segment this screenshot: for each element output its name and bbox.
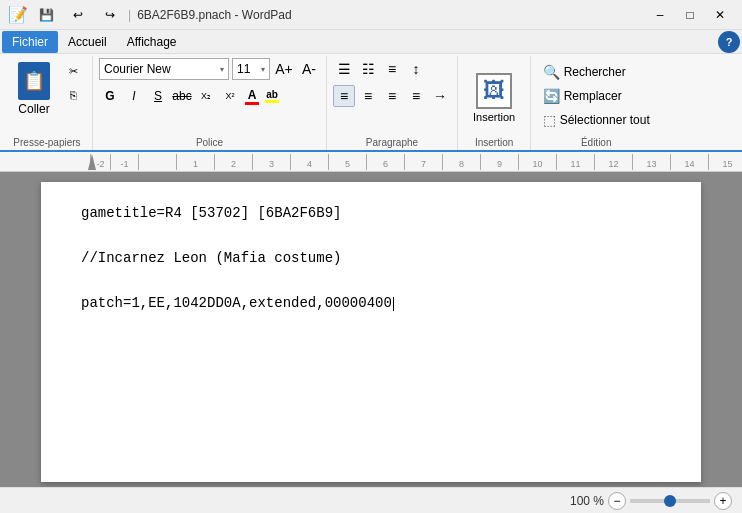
ribbon-group-paragraphe: ☰ ☷ ≡ ↕ ≡ ≡ ≡ ≡ → Paragraphe: [327, 56, 458, 150]
insertion-icon: 🖼: [476, 73, 512, 109]
align-justify-btn[interactable]: ≡: [405, 85, 427, 107]
police-content: Courier New ▾ 11 ▾ A+ A- G I S abc X₂ X²…: [99, 58, 320, 137]
zoom-slider[interactable]: [630, 499, 710, 503]
titlebar-controls: – □ ✕: [646, 4, 734, 26]
copier-btn[interactable]: ⎘: [62, 84, 84, 106]
insertion-label: Insertion: [473, 111, 515, 123]
list-bullet-btn[interactable]: ☰: [333, 58, 355, 80]
coller-icon: 📋: [18, 62, 50, 100]
ruler-mark: 15: [708, 154, 742, 170]
zoom-value: 100 %: [570, 494, 604, 508]
help-button[interactable]: ?: [718, 31, 740, 53]
titlebar-left: 📝 💾 ↩ ↪ | 6BA2F6B9.pnach - WordPad: [8, 4, 292, 26]
list-number-btn[interactable]: ☷: [357, 58, 379, 80]
align-right-btn[interactable]: ≡: [381, 85, 403, 107]
selectionner-btn[interactable]: ⬚ Sélectionner tout: [539, 110, 654, 130]
close-btn[interactable]: ✕: [706, 4, 734, 26]
menu-fichier[interactable]: Fichier: [2, 31, 58, 53]
ruler: -2 -1 1 2 3 4 5 6 7 8 9 10 11 12 13 14 1…: [0, 152, 742, 172]
menubar: Fichier Accueil Affichage ?: [0, 30, 742, 54]
edition-content: 🔍 Rechercher 🔄 Remplacer ⬚ Sélectionner …: [539, 58, 654, 137]
strikethrough-btn[interactable]: abc: [171, 85, 193, 107]
document-area[interactable]: gametitle=R4 [53702] [6BA2F6B9] //Incarn…: [0, 172, 742, 487]
titlebar-icons: 📝 💾 ↩ ↪ |: [8, 4, 131, 26]
menu-accueil[interactable]: Accueil: [58, 31, 117, 53]
font-name-value: Courier New: [104, 62, 171, 76]
list-style-btn[interactable]: ≡: [381, 58, 403, 80]
rechercher-btn[interactable]: 🔍 Rechercher: [539, 62, 630, 82]
ruler-inner: -2 -1 1 2 3 4 5 6 7 8 9 10 11 12 13 14 1…: [90, 154, 742, 170]
police-row-1: Courier New ▾ 11 ▾ A+ A-: [99, 58, 320, 80]
insertion-button[interactable]: 🖼 Insertion: [464, 58, 524, 137]
doc-line-3: //Incarnez Leon (Mafia costume): [81, 247, 661, 269]
couper-btn[interactable]: ✂: [62, 60, 84, 82]
ruler-mark: [138, 154, 176, 170]
align-left-btn[interactable]: ≡: [333, 85, 355, 107]
ruler-mark: 12: [594, 154, 632, 170]
ruler-mark: 11: [556, 154, 594, 170]
align-center-btn[interactable]: ≡: [357, 85, 379, 107]
doc-line-4: [81, 269, 661, 291]
ribbon-group-presse-papiers: 📋 Coller ✂ ⎘ Presse-papiers: [4, 56, 93, 150]
line-spacing-btn[interactable]: ↕: [405, 58, 427, 80]
insertion-group-label: Insertion: [475, 137, 513, 150]
undo-btn[interactable]: ↩: [64, 4, 92, 26]
font-color-btn[interactable]: A: [243, 86, 261, 107]
ruler-mark: 9: [480, 154, 518, 170]
increase-size-btn[interactable]: A+: [273, 58, 295, 80]
clipboard-small-btns: ✂ ⎘: [62, 60, 84, 106]
remplacer-icon: 🔄: [543, 88, 560, 104]
para-content: ☰ ☷ ≡ ↕ ≡ ≡ ≡ ≡ →: [333, 58, 451, 137]
underline-btn[interactable]: S: [147, 85, 169, 107]
menu-affichage[interactable]: Affichage: [117, 31, 187, 53]
italic-btn[interactable]: I: [123, 85, 145, 107]
subscript-btn[interactable]: X₂: [195, 85, 217, 107]
formatting-row: G I S abc X₂ X² A ab: [99, 85, 281, 107]
font-color-letter: A: [248, 88, 257, 102]
superscript-btn[interactable]: X²: [219, 85, 241, 107]
ruler-mark: 13: [632, 154, 670, 170]
para-row-2: ≡ ≡ ≡ ≡ →: [333, 85, 451, 107]
ruler-mark: 14: [670, 154, 708, 170]
doc-line-5: patch=1,EE,1042DD0A,extended,00000400: [81, 292, 661, 314]
paragraphe-label: Paragraphe: [366, 137, 418, 150]
font-color-bar: [245, 102, 259, 105]
ribbon-group-edition: 🔍 Rechercher 🔄 Remplacer ⬚ Sélectionner …: [531, 56, 661, 150]
rechercher-label: Rechercher: [564, 65, 626, 79]
highlight-color-btn[interactable]: ab: [263, 87, 281, 105]
minimize-btn[interactable]: –: [646, 4, 674, 26]
ruler-mark: 10: [518, 154, 556, 170]
ruler-mark: 4: [290, 154, 328, 170]
insertion-content: 🖼 Insertion: [464, 58, 524, 137]
zoom-controls: 100 % − +: [570, 492, 732, 510]
presse-papiers-label: Presse-papiers: [13, 137, 80, 150]
highlight-letter: ab: [266, 89, 278, 100]
zoom-in-btn[interactable]: +: [714, 492, 732, 510]
ruler-mark: -1: [110, 154, 138, 170]
menubar-right: ?: [718, 31, 740, 53]
save-quick-btn[interactable]: 💾: [32, 4, 60, 26]
indent-btn[interactable]: →: [429, 85, 451, 107]
font-size-selector[interactable]: 11 ▾: [232, 58, 270, 80]
ribbon-group-insertion: 🖼 Insertion Insertion: [458, 56, 531, 150]
font-size-dropdown-arrow: ▾: [261, 65, 265, 74]
zoom-out-btn[interactable]: −: [608, 492, 626, 510]
ruler-mark: 6: [366, 154, 404, 170]
maximize-btn[interactable]: □: [676, 4, 704, 26]
font-name-selector[interactable]: Courier New ▾: [99, 58, 229, 80]
ruler-mark: 8: [442, 154, 480, 170]
doc-line-2: [81, 224, 661, 246]
ribbon: 📋 Coller ✂ ⎘ Presse-papiers Courier New …: [0, 54, 742, 152]
coller-label: Coller: [18, 102, 49, 116]
document-page[interactable]: gametitle=R4 [53702] [6BA2F6B9] //Incarn…: [41, 182, 701, 482]
edition-label: Édition: [581, 137, 612, 150]
selectionner-label: Sélectionner tout: [560, 113, 650, 127]
coller-button[interactable]: 📋 Coller: [10, 58, 58, 120]
police-label: Police: [196, 137, 223, 150]
decrease-size-btn[interactable]: A-: [298, 58, 320, 80]
bold-btn[interactable]: G: [99, 85, 121, 107]
redo-btn[interactable]: ↪: [96, 4, 124, 26]
remplacer-btn[interactable]: 🔄 Remplacer: [539, 86, 626, 106]
ruler-mark: 7: [404, 154, 442, 170]
zoom-slider-thumb: [664, 495, 676, 507]
